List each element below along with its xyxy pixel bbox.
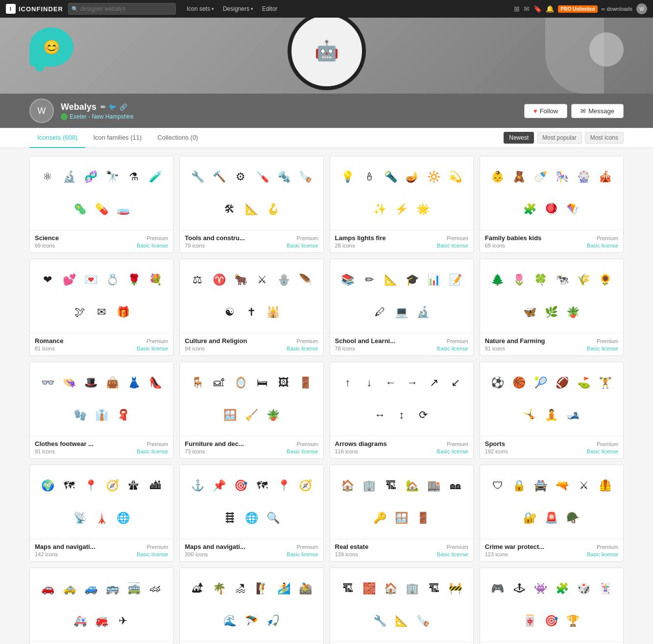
card-footer: Video games Premium 126 icons Basic lice… xyxy=(480,642,623,644)
icon-card[interactable]: 🚗🚕🚙🚌🚎🏎🚑🚒✈ Transportation 1 Premium 220 i… xyxy=(29,568,173,644)
icon-card[interactable]: ❤💕💌💍🌹💐🕊✉🎁 Romance Premium 81 icons Basic… xyxy=(29,259,173,356)
preview-icon: 🔩 xyxy=(274,168,293,186)
icon-card[interactable]: 🛡🔒🚔🔫⚔🦺🔐🚨🪖 Crime war protect... Premium 1… xyxy=(480,465,624,562)
preview-icon: 🐄 xyxy=(553,271,572,289)
banner-logo: 😊 xyxy=(29,27,73,67)
preview-icon: 🏀 xyxy=(510,373,529,392)
preview-icon: 🌿 xyxy=(542,303,561,322)
nav-editor[interactable]: Editor xyxy=(258,3,281,14)
preview-icon: 🍀 xyxy=(532,271,550,289)
nav-designers[interactable]: Designers ▾ xyxy=(219,3,257,14)
preview-icon: 👾 xyxy=(532,579,550,598)
preview-icon: 🔍 xyxy=(264,509,282,527)
brand-logo[interactable]: i ICONFINDER xyxy=(6,4,63,14)
icon-card[interactable]: ⚓📌🎯🗺📍🧭🛤🌐🔍 Maps and navigati... Premium 2… xyxy=(179,465,323,562)
search-input[interactable] xyxy=(80,5,172,12)
card-preview: 🚗🚕🚙🚌🚎🏎🚑🚒✈ xyxy=(30,568,173,642)
icon-card[interactable]: ⚽🏀🎾🏈⛳🏋🤸🧘🎿 Sports Premium 192 icons Basic… xyxy=(480,362,624,459)
preview-icon: ✝ xyxy=(242,303,261,322)
preview-icon: 🚌 xyxy=(103,579,121,598)
bell-icon[interactable]: 🔔 xyxy=(546,5,554,13)
preview-icon: 🔨 xyxy=(210,168,228,186)
heart-icon: ♥ xyxy=(533,107,537,115)
preview-icon: 🚵 xyxy=(296,579,314,598)
icon-card[interactable]: 🏕🌴🏖🧗🏄🚵🌊🪂🎣 Outdoors recreation Premium 10… xyxy=(179,568,323,644)
preview-icon: 🧩 xyxy=(521,200,539,219)
icon-card[interactable]: ↑↓←→↗↙↔↕⟳ Arrows diagrams Premium 116 ic… xyxy=(330,362,474,459)
card-icon-count: 69 icons xyxy=(485,243,505,248)
preview-icon: ↑ xyxy=(339,373,357,392)
icon-card[interactable]: 🔧🔨⚙🪛🔩🪚🛠📐🪝 Tools and constru... Premium 7… xyxy=(179,156,323,253)
sort-most-icons[interactable]: Most icons xyxy=(585,132,624,144)
card-license: Basic license xyxy=(137,346,168,351)
icon-card[interactable]: 📚✏📐🎓📊📝🖊💻🔬 School and Learni... Premium 7… xyxy=(330,259,474,356)
tabs-bar: Iconsets (608) Icon families (11) Collec… xyxy=(0,128,653,148)
twitter-icon[interactable]: 🐦 xyxy=(109,103,117,111)
preview-icon: 💐 xyxy=(146,271,165,289)
preview-icon: 🪟 xyxy=(220,406,239,424)
preview-icon: 💍 xyxy=(103,271,121,289)
icon-card[interactable]: 🪑🛋🪞🛏🖼🚪🪟🧹🪴 Furniture and dec... Premium 7… xyxy=(179,362,323,459)
profile-location: Exeter - New Hampshire xyxy=(61,113,517,120)
icon-card[interactable]: ⚖♈🐂⚔🪬🪶☯✝🕌 Culture and Religion Premium 9… xyxy=(179,259,323,356)
preview-icon: ⚔ xyxy=(253,271,271,289)
sort-newest[interactable]: Newest xyxy=(504,132,534,144)
preview-icon: 💌 xyxy=(81,271,100,289)
card-title: Science xyxy=(35,234,59,242)
preview-icon: ⚔ xyxy=(575,476,593,495)
card-premium-label: Premium xyxy=(146,235,168,241)
preview-icon: 🛣 xyxy=(124,476,143,495)
card-license: Basic license xyxy=(437,448,468,454)
card-preview: 🔧🔨⚙🪛🔩🪚🛠📐🪝 xyxy=(180,156,323,230)
preview-icon: ☯ xyxy=(220,303,239,322)
card-premium-label: Premium xyxy=(597,544,618,550)
grid-icon[interactable]: ⊞ xyxy=(514,5,520,13)
preview-icon: 🌹 xyxy=(124,271,143,289)
nav-iconsets[interactable]: Icon sets ▾ xyxy=(183,3,218,14)
icon-card[interactable]: 🏠🏢🏗🏡🏬🏘🔑🪟🚪 Real estate Premium 139 icons … xyxy=(330,465,474,562)
preview-icon: ⚡ xyxy=(392,200,411,219)
icon-card[interactable]: 👓👒🎩👜👗👠🧤👔🧣 Clothes footwear ... Premium 9… xyxy=(29,362,173,459)
mail-icon[interactable]: ✉ xyxy=(524,5,530,13)
card-preview: 🏠🏢🏗🏡🏬🏘🔑🪟🚪 xyxy=(330,465,473,539)
message-icon: ✉ xyxy=(580,107,586,115)
preview-icon: 🔑 xyxy=(371,509,389,527)
nav-links: Icon sets ▾ Designers ▾ Editor xyxy=(183,3,281,14)
preview-icon: 🕹 xyxy=(510,579,529,598)
preview-icon: ♈ xyxy=(210,271,228,289)
tab-icon-families[interactable]: Icon families (11) xyxy=(85,128,149,148)
card-title: Culture and Religion xyxy=(185,337,247,345)
preview-icon: 🚧 xyxy=(446,579,465,598)
tab-collections[interactable]: Collections (0) xyxy=(149,128,206,148)
preview-icon: 🌐 xyxy=(242,509,261,527)
preview-icon: 📍 xyxy=(274,476,293,495)
icon-card[interactable]: 💡🕯🔦🪔🔆💫✨⚡🌟 Lamps lights fire Premium 28 i… xyxy=(330,156,474,253)
preview-icon: 🔧 xyxy=(188,168,207,186)
follow-button[interactable]: ♥ Follow xyxy=(524,104,567,118)
icon-card[interactable]: 👶🧸🍼🎠🎡🎪🧩🪀🪁 Family babies kids Premium 69 … xyxy=(480,156,624,253)
sort-popular[interactable]: Most popular xyxy=(537,132,581,144)
icon-card[interactable]: 🏗🧱🏠🏢🏗🚧🔧📐🪚 Building and cons... Premium 8… xyxy=(330,568,474,644)
card-icon-count: 91 icons xyxy=(35,448,55,454)
user-avatar[interactable]: W xyxy=(636,3,647,14)
link-icon[interactable]: 🔗 xyxy=(120,103,127,111)
icon-card[interactable]: 🌍🗺📍🧭🛣🏙📡🗼🌐 Maps and navigati... Premium 1… xyxy=(29,465,173,562)
icon-card[interactable]: 🎮🕹👾🧩🎲🃏🀄🎯🏆 Video games Premium 126 icons … xyxy=(480,568,624,644)
message-button[interactable]: ✉ Message xyxy=(571,104,624,118)
card-title: Clothes footwear ... xyxy=(35,440,94,447)
card-license: Basic license xyxy=(287,551,318,557)
card-footer: Science Premium 69 icons Basic license xyxy=(30,230,173,252)
card-icon-count: 123 icons xyxy=(485,551,508,557)
icon-card[interactable]: 🌲🌷🍀🐄🌾🌻🦋🌿🪴 Nature and Farming Premium 91 … xyxy=(480,259,624,356)
preview-icon: 🌍 xyxy=(38,476,57,495)
card-footer: Nature and Farming Premium 91 icons Basi… xyxy=(480,333,623,355)
bookmark-icon[interactable]: 🔖 xyxy=(533,5,542,13)
card-preview: ⚽🏀🎾🏈⛳🏋🤸🧘🎿 xyxy=(480,362,623,436)
search-icon: 🔍 xyxy=(72,6,78,12)
main-content: ⚛🔬🧬🔭⚗🧪🦠💊🧫 Science Premium 69 icons Basic… xyxy=(0,148,653,644)
preview-icon: ⚽ xyxy=(488,373,507,392)
search-bar[interactable]: 🔍 xyxy=(68,3,176,15)
tab-iconsets[interactable]: Iconsets (608) xyxy=(29,128,85,148)
icon-card[interactable]: ⚛🔬🧬🔭⚗🧪🦠💊🧫 Science Premium 69 icons Basic… xyxy=(29,156,173,253)
edit-icon[interactable]: ✏ xyxy=(100,103,106,111)
